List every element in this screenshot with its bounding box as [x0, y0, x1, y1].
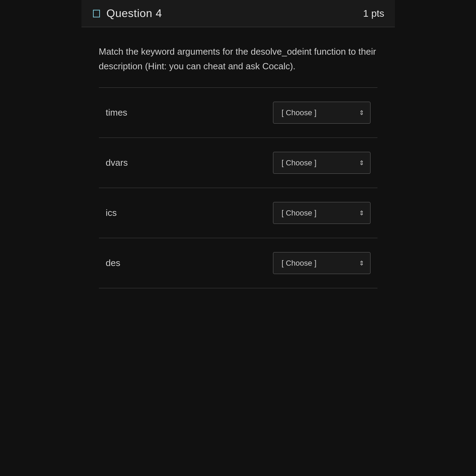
question-title-group: Question 4: [92, 7, 162, 20]
select-wrapper-times: [ Choose ] a list of time values a list …: [273, 102, 370, 124]
match-label-ics: ics: [106, 208, 175, 218]
select-wrapper-des: [ Choose ] a list of time values a list …: [273, 252, 370, 274]
question-header: Question 4 1 pts: [81, 0, 395, 27]
match-label-dvars: dvars: [106, 157, 175, 168]
choose-select-des[interactable]: [ Choose ] a list of time values a list …: [273, 252, 370, 274]
question-body: Match the keyword arguments for the deso…: [81, 27, 395, 299]
choose-select-dvars[interactable]: [ Choose ] a list of time values a list …: [273, 152, 370, 174]
match-row-times: times [ Choose ] a list of time values a…: [99, 88, 377, 138]
select-wrapper-ics: [ Choose ] a list of time values a list …: [273, 202, 370, 224]
question-container: Question 4 1 pts Match the keyword argum…: [81, 0, 395, 299]
question-points: 1 pts: [363, 8, 384, 19]
match-row-dvars: dvars [ Choose ] a list of time values a…: [99, 138, 377, 188]
question-title: Question 4: [107, 7, 162, 20]
question-text: Match the keyword arguments for the deso…: [99, 45, 377, 73]
choose-select-ics[interactable]: [ Choose ] a list of time values a list …: [273, 202, 370, 224]
match-row-ics: ics [ Choose ] a list of time values a l…: [99, 188, 377, 238]
select-wrapper-dvars: [ Choose ] a list of time values a list …: [273, 152, 370, 174]
question-icon: [92, 9, 102, 18]
match-row-des: des [ Choose ] a list of time values a l…: [99, 238, 377, 288]
match-label-times: times: [106, 107, 175, 118]
choose-select-times[interactable]: [ Choose ] a list of time values a list …: [273, 102, 370, 124]
match-label-des: des: [106, 258, 175, 268]
